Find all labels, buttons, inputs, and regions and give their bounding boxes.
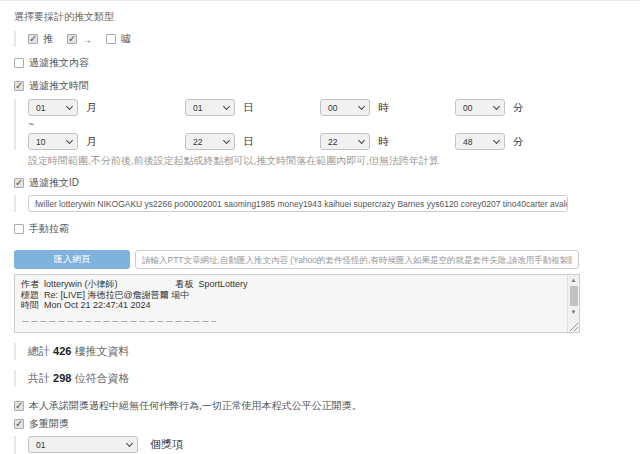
type-options-row: 推 → 噓 <box>28 31 640 47</box>
chevron-down-icon <box>223 102 230 109</box>
ptt-url-input[interactable] <box>135 250 579 269</box>
select-from-month[interactable]: 01 <box>28 99 78 116</box>
checkbox-id-filter[interactable] <box>14 178 24 188</box>
type-section-label: 選擇要採計的推文類型 <box>14 10 640 24</box>
checkbox-content-filter[interactable] <box>14 58 24 68</box>
manual-slot-row: 手動拉霸 <box>14 222 640 236</box>
content-filter-row: 過濾推文內容 <box>14 56 640 70</box>
time-range-hint: 設定時間範圍,不分前後,前後設定起點或終點都可以,推文時間落在範圍內即可,但無法… <box>28 154 640 168</box>
unit-hour: 時 <box>378 101 389 115</box>
select-from-day[interactable]: 01 <box>185 99 235 116</box>
unit-minute: 分 <box>513 101 524 115</box>
resize-handle-icon[interactable] <box>569 322 578 331</box>
select-to-month[interactable]: 10 <box>28 133 78 150</box>
manual-slot-label: 手動拉霸 <box>29 222 69 236</box>
pledge-label: 本人承諾開獎過程中絕無任何作弊行為,一切正常使用本程式公平公正開獎。 <box>29 399 362 413</box>
chevron-down-icon <box>66 102 73 109</box>
id-filter-label: 過濾推文ID <box>29 176 79 190</box>
range-separator: ~ <box>28 119 640 130</box>
id-filter-input[interactable]: fwiller lotterywin NIKOGAKU ys2266 po000… <box>28 195 568 212</box>
article-author-label: 作者 <box>21 279 39 290</box>
total-comments-block: 總計 426 樓推文資料 <box>14 343 640 360</box>
checkbox-pledge[interactable] <box>14 401 24 411</box>
award-count-unit: 個獎項 <box>150 437 183 452</box>
article-time-label: 時間 <box>21 300 39 311</box>
unit-day: 日 <box>243 135 254 149</box>
award-count-block: 01 個獎項 此選項可一次開出多位得獎者 <box>14 436 640 454</box>
checkbox-arrow[interactable] <box>67 34 77 44</box>
chevron-down-icon <box>493 136 500 143</box>
scroll-up-icon[interactable]: ▲ <box>571 276 577 284</box>
chevron-down-icon <box>358 136 365 143</box>
id-filter-row: 過濾推文ID <box>14 176 640 190</box>
checkbox-push-label: 推 <box>43 32 53 46</box>
article-title: Re: [LIVE] 海德拉巴@詹謝普爾 場中 <box>44 290 189 301</box>
qualified-block: 共計 298 位符合資格 <box>14 370 640 387</box>
article-content: 作者 lotterywin (小律師) 看板 SportLottery 標題 R… <box>15 275 567 332</box>
article-board-label: 看板 <box>176 279 194 289</box>
multi-draw-row: 多重開獎 <box>14 417 640 431</box>
time-from-row: 01 月 01 日 00 時 00 分 <box>28 99 640 116</box>
lottery-tool-page: 選擇要採計的推文類型 推 → 噓 過濾推文內容 過濾推文時間 01 月 01 日 <box>0 0 640 454</box>
chevron-down-icon <box>493 102 500 109</box>
unit-minute: 分 <box>513 135 524 149</box>
checkbox-arrow-label: → <box>82 34 92 45</box>
article-title-label: 標題 <box>21 290 39 301</box>
checkbox-time-filter[interactable] <box>14 81 24 91</box>
time-to-row: 10 月 22 日 22 時 48 分 <box>28 133 640 150</box>
unit-day: 日 <box>243 101 254 115</box>
content-filter-label: 過濾推文內容 <box>29 56 89 70</box>
article-textarea[interactable]: 作者 lotterywin (小律師) 看板 SportLottery 標題 R… <box>14 274 580 333</box>
checkbox-multi-draw[interactable] <box>14 419 24 429</box>
id-filter-block: fwiller lotterywin NIKOGAKU ys2266 po000… <box>14 195 640 212</box>
type-options-block: 推 → 噓 <box>14 31 640 47</box>
checkbox-manual-slot[interactable] <box>14 224 24 234</box>
time-filter-row: 過濾推文時間 <box>14 79 640 93</box>
unit-month: 月 <box>86 101 97 115</box>
time-range-block: 01 月 01 日 00 時 00 分 ~ 10 月 22 <box>14 99 640 150</box>
time-filter-label: 過濾推文時間 <box>29 79 89 93</box>
qualified-line: 共計 298 位符合資格 <box>28 371 640 386</box>
pledge-row: 本人承諾開獎過程中絕無任何作弊行為,一切正常使用本程式公平公正開獎。 <box>14 399 640 413</box>
article-board: SportLottery <box>199 279 248 289</box>
select-from-minute[interactable]: 00 <box>455 99 505 116</box>
article-time: Mon Oct 21 22:47:41 2024 <box>44 300 151 311</box>
chevron-down-icon <box>223 136 230 143</box>
checkbox-boo-label: 噓 <box>121 32 131 46</box>
qualified-count: 298 <box>53 372 71 384</box>
checkbox-boo[interactable] <box>106 34 116 44</box>
article-separator: ＿＿＿＿＿＿＿＿＿＿＿＿＿＿＿＿＿＿＿＿＿＿＿＿＿＿＿＿＿＿ <box>21 313 216 324</box>
scroll-down-icon[interactable]: ▼ <box>571 308 577 316</box>
chevron-down-icon <box>358 102 365 109</box>
select-to-hour[interactable]: 22 <box>320 133 370 150</box>
total-comments-line: 總計 426 樓推文資料 <box>28 344 640 359</box>
select-award-count[interactable]: 01 <box>28 436 138 453</box>
checkbox-push[interactable] <box>28 34 38 44</box>
total-comments-count: 426 <box>53 345 71 357</box>
select-from-hour[interactable]: 00 <box>320 99 370 116</box>
unit-hour: 時 <box>378 135 389 149</box>
multi-draw-label: 多重開獎 <box>29 417 69 431</box>
chevron-down-icon <box>66 136 73 143</box>
select-to-day[interactable]: 22 <box>185 133 235 150</box>
chevron-down-icon <box>126 439 133 446</box>
select-to-minute[interactable]: 48 <box>455 133 505 150</box>
import-row: 匯入網頁 <box>14 250 640 269</box>
import-webpage-button[interactable]: 匯入網頁 <box>14 250 130 269</box>
unit-month: 月 <box>86 135 97 149</box>
article-author: lotterywin (小律師) <box>44 279 118 290</box>
scrollbar-thumb[interactable] <box>570 286 578 306</box>
